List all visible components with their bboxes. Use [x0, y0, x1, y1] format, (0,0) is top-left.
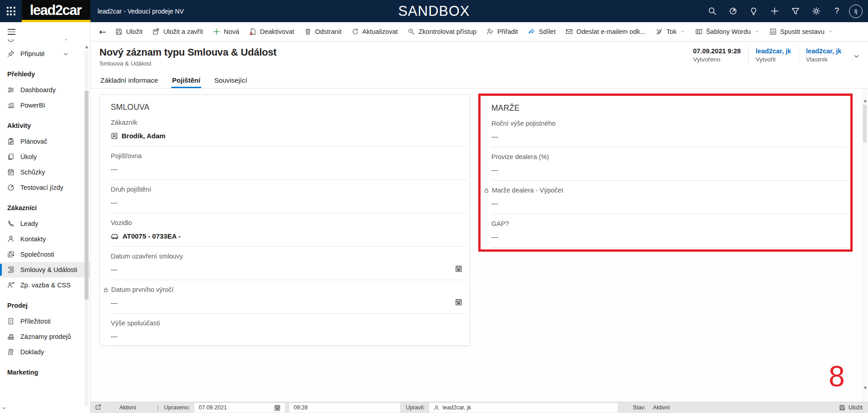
field-gap: GAP? ---	[491, 214, 848, 248]
tab-souvisejici[interactable]: Související	[213, 72, 248, 88]
created-by-link[interactable]: lead2car, jk	[756, 47, 791, 55]
flow-button[interactable]: Tok	[651, 24, 690, 39]
tab-pojisteni[interactable]: Pojištění	[171, 72, 202, 88]
sidebar-item-leady[interactable]: Leady	[0, 216, 90, 231]
save-and-close-button[interactable]: Uložit a zavřít	[147, 24, 208, 39]
quick-launch-icon[interactable]	[722, 0, 743, 22]
back-button[interactable]: ←	[95, 24, 110, 39]
plus-icon	[213, 28, 220, 35]
calendar-icon[interactable]	[274, 404, 281, 411]
field-value[interactable]: ---	[491, 166, 848, 176]
field-druh-pojisteni: Druh pojištění ---	[111, 180, 467, 213]
stav-label: Stav:	[633, 404, 646, 411]
tab-zakladni-informace[interactable]: Základní informace	[99, 72, 159, 88]
field-value[interactable]: ---	[111, 299, 467, 309]
run-report-button[interactable]: Spustit sestavu	[764, 24, 838, 39]
tasks-pages-icon	[7, 153, 14, 160]
powerbi-chart-icon	[7, 102, 14, 109]
owner-label: Vlastník	[806, 56, 841, 63]
sidebar-item-spolecnosti[interactable]: Společnosti	[0, 247, 90, 262]
search-icon[interactable]	[702, 0, 722, 22]
site-map-sidebar: Připnuté Přehledy Dashboardy PowerBI Akt…	[0, 22, 90, 413]
word-templates-button[interactable]: Šablony Wordu	[690, 24, 764, 39]
check-access-button[interactable]: Zkontrolovat přístup	[403, 24, 481, 39]
save-button[interactable]: Uložit	[110, 24, 147, 39]
settings-gear-icon[interactable]	[806, 0, 826, 22]
content-scrollbar-thumb[interactable]	[863, 105, 867, 143]
scroll-up-icon[interactable]: ▲	[864, 99, 867, 103]
new-button[interactable]: Nová	[208, 24, 244, 39]
owner-link[interactable]: lead2car, jk	[806, 47, 841, 55]
deactivate-button[interactable]: Deaktivovat	[244, 24, 299, 39]
lead2car-logo[interactable]: lead2car	[22, 0, 90, 22]
calendar-picker-icon[interactable]	[455, 298, 462, 308]
sidebar-item-label: Schůzky	[20, 169, 45, 176]
modified-by-label: Upravil:	[406, 404, 425, 411]
sidebar-item-schuzky[interactable]: Schůzky	[0, 164, 90, 180]
header-expand-chevron-icon[interactable]	[853, 49, 860, 61]
field-value[interactable]: ---	[111, 266, 467, 275]
sidebar-item-kontakty[interactable]: Kontakty	[0, 231, 90, 247]
field-value[interactable]: ---	[491, 133, 848, 142]
field-value[interactable]: ---	[111, 199, 467, 208]
sidebar-item-zp-vazba-css[interactable]: Zp. vazba & CSS	[0, 277, 90, 293]
sidebar-item-pinned[interactable]: Připnuté	[0, 46, 90, 61]
lightbulb-icon[interactable]	[743, 0, 764, 22]
sidebar-scrollbar-thumb[interactable]	[85, 91, 89, 300]
stav-value: Aktivní	[653, 404, 670, 411]
sidebar-item-testovaci-jizdy[interactable]: Testovací jízdy	[0, 180, 90, 195]
modified-by-field[interactable]: lead2car, jk	[429, 403, 618, 413]
feedback-person-icon	[7, 282, 14, 289]
sidebar-item-planovac[interactable]: Plánovač	[0, 134, 90, 149]
logo-text: lead2car	[30, 2, 81, 19]
modified-date-field[interactable]: 07.09.2021	[194, 403, 285, 413]
assign-button[interactable]: Přiřadit	[481, 24, 523, 39]
chevron-down-icon[interactable]	[63, 51, 75, 58]
section-marze-highlight-annotation: MARŽE Roční výše pojistného --- Provize …	[478, 94, 853, 252]
button-label: Tok	[666, 28, 677, 35]
help-icon[interactable]: ?	[826, 0, 847, 22]
add-plus-icon[interactable]	[764, 0, 785, 22]
delete-button[interactable]: Odstranit	[299, 24, 347, 39]
field-value[interactable]: ---	[111, 333, 467, 342]
modified-time-field[interactable]: 09:28	[289, 403, 400, 413]
calendar-picker-icon[interactable]	[455, 265, 462, 274]
refresh-button[interactable]: Aktualizovat	[347, 24, 403, 39]
top-navigation-bar: lead2car lead2car - Vedoucí prodeje NV S…	[0, 0, 868, 22]
sidebar-item-smlouvy-udalosti[interactable]: Smlouvy & Události	[0, 262, 90, 277]
form-content: SMLOUVA Zákazník Brodík, Adam Pojišťovna…	[90, 89, 868, 402]
field-value[interactable]: ---	[111, 165, 467, 175]
sidebar-section-marketing: Marketing	[0, 360, 90, 380]
email-link-button[interactable]: Odeslat e-mailem odk...	[561, 24, 651, 39]
command-bar: ← Uložit Uložit a zavřít Nová Deaktivova…	[90, 22, 868, 42]
sidebar-item-ukoly[interactable]: Úkoly	[0, 149, 90, 164]
sidebar-item-doklady[interactable]: Doklady	[0, 344, 90, 360]
popout-expand-icon[interactable]	[95, 404, 101, 412]
scroll-down-icon[interactable]: ▼	[864, 386, 867, 390]
filter-icon[interactable]	[785, 0, 806, 22]
app-launcher-waffle-icon[interactable]	[0, 0, 22, 22]
user-avatar[interactable]: Ij	[849, 5, 863, 18]
sidebar-scroll-down-icon[interactable]	[1, 404, 7, 413]
app-context-title: lead2car - Vedoucí prodeje NV	[98, 8, 184, 15]
sidebar-item-powerbi[interactable]: PowerBI	[0, 98, 90, 113]
save-icon	[839, 404, 845, 411]
field-label: Druh pojištění	[111, 186, 467, 193]
sidebar-item-prilezitosti[interactable]: Příležitosti	[0, 314, 90, 329]
sidebar-item-label: Zp. vazba & CSS	[20, 282, 71, 289]
field-value[interactable]: ---	[491, 233, 848, 243]
save-label: Uložit	[849, 404, 863, 411]
sidemap-toggle-hamburger-icon[interactable]	[0, 22, 90, 39]
sidebar-scroll-up-icon[interactable]: ▲	[85, 45, 88, 49]
statusbar-save-button[interactable]: Uložit	[839, 404, 863, 411]
share-button[interactable]: Sdílet	[523, 24, 561, 39]
field-value-lookup[interactable]: Brodík, Adam	[111, 132, 467, 141]
sidebar-item-partial[interactable]	[0, 39, 90, 46]
person-icon	[7, 235, 14, 243]
sidebar-item-zaznamy-prodeju[interactable]: Záznamy prodejů	[0, 329, 90, 344]
sidebar-item-dashboardy[interactable]: Dashboardy	[0, 82, 90, 98]
field-value-lookup[interactable]: AT0075 - 0733EA -	[111, 232, 467, 242]
save-close-icon	[152, 28, 160, 35]
field-label: Výše spoluúčasti	[111, 319, 467, 327]
field-value[interactable]: ---	[491, 200, 848, 209]
